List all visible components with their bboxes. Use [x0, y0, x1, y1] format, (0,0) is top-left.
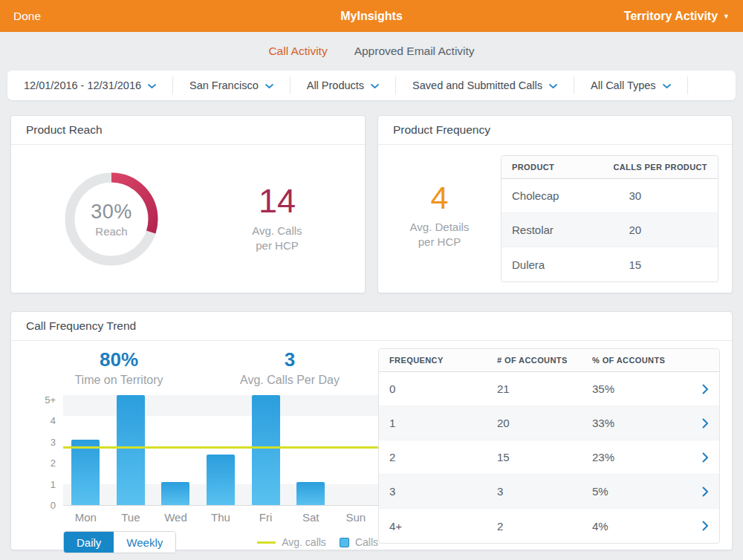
table-cell: 35%	[582, 382, 697, 395]
row-drilldown-button[interactable]	[697, 452, 719, 463]
product-frequency-card: Product Frequency 4 Avg. Details per HCP…	[377, 115, 733, 293]
table-header-cell: % OF ACCOUNTS	[582, 356, 697, 365]
myinsights-page: Done MyInsights Territory Activity ▼ Cal…	[0, 0, 743, 560]
table-row[interactable]: 335%	[379, 475, 719, 509]
chevron-down-icon	[148, 84, 156, 89]
bar-thu	[207, 455, 235, 505]
y-axis-label: 3	[51, 436, 56, 447]
chevron-right-icon	[702, 486, 709, 497]
table-header-cell: # OF ACCOUNTS	[487, 356, 582, 365]
calls-per-product-table: PRODUCTCALLS PER PRODUCTCholecap30Restol…	[501, 155, 718, 282]
table-cell: 30	[619, 189, 718, 202]
table-cell: 23%	[582, 451, 697, 463]
filter-dropdown-label: All Call Types	[591, 79, 656, 91]
avg-details-value: 4	[431, 182, 449, 214]
call-frequency-chart-section: 80% Time on Territory 3 Avg. Calls Per D…	[11, 341, 378, 550]
avg-calls-label-line2: per HCP	[252, 238, 302, 253]
chevron-right-icon	[702, 384, 709, 394]
table-cell: 20	[619, 224, 718, 236]
product-reach-body: 30% Reach 14 Avg. Calls per HCP	[11, 145, 365, 293]
frequency-table-section: FREQUENCY# OF ACCOUNTS% OF ACCOUNTS02135…	[378, 348, 720, 550]
time-on-territory-label: Time on Territory	[33, 374, 204, 387]
territory-activity-dropdown[interactable]: Territory Activity ▼	[624, 10, 730, 23]
table-row[interactable]: 4+24%	[379, 509, 719, 543]
toggle-daily-button[interactable]: Daily	[64, 532, 114, 553]
table-row: Dulera15	[502, 247, 718, 281]
reach-percent: 30%	[91, 201, 132, 224]
filter-dropdown-label: Saved and Submitted Calls	[412, 79, 542, 91]
average-calls-line	[63, 446, 378, 449]
reach-label: Reach	[95, 225, 127, 238]
table-header-row: FREQUENCY# OF ACCOUNTS% OF ACCOUNTS	[379, 349, 719, 372]
x-axis-label: Sat	[288, 511, 334, 524]
chevron-down-icon	[265, 84, 273, 89]
row-drilldown-button[interactable]	[697, 521, 719, 531]
bar-fri	[252, 395, 280, 505]
table-cell: 2	[379, 451, 487, 463]
bar-sat	[296, 482, 325, 505]
filter-dropdown-0[interactable]: 12/01/2016 - 12/31/2016	[7, 76, 173, 94]
legend-label: Calls	[355, 536, 378, 548]
table-row[interactable]: 21523%	[379, 440, 719, 475]
tab-call-activity[interactable]: Call Activity	[268, 45, 327, 58]
avg-line-swatch-icon	[257, 541, 276, 544]
territory-activity-label: Territory Activity	[624, 10, 718, 23]
y-axis-label: 1	[51, 478, 56, 489]
top-cards-row: Product Reach 30%	[10, 115, 733, 293]
filter-dropdown-4[interactable]: All Call Types	[574, 76, 688, 94]
chart-stats-row: 80% Time on Territory 3 Avg. Calls Per D…	[33, 348, 378, 387]
table-row[interactable]: 02135%	[379, 372, 719, 406]
accounts-frequency-table: FREQUENCY# OF ACCOUNTS% OF ACCOUNTS02135…	[378, 348, 720, 544]
chevron-right-icon	[702, 418, 709, 429]
row-drilldown-button[interactable]	[697, 384, 719, 394]
tab-approved-email-activity[interactable]: Approved Email Activity	[354, 45, 475, 58]
table-row[interactable]: 12033%	[379, 406, 719, 440]
x-axis-label: Mon	[63, 511, 108, 524]
avg-calls-label-line1: Avg. Calls	[252, 224, 302, 238]
chevron-right-icon	[702, 452, 709, 463]
filter-dropdown-1[interactable]: San Francisco	[173, 76, 291, 94]
bar-wed	[161, 482, 189, 505]
table-cell: Cholecap	[502, 189, 619, 202]
chevron-down-icon	[371, 84, 379, 89]
row-drilldown-button[interactable]	[697, 418, 719, 429]
plot-band	[63, 395, 378, 416]
filter-dropdown-label: All Products	[307, 79, 364, 91]
y-axis-label: 0	[51, 500, 56, 511]
table-cell: 3	[379, 485, 487, 498]
avg-calls-value: 14	[259, 184, 296, 218]
avg-calls-label: Avg. Calls per HCP	[252, 224, 302, 254]
table-cell: 15	[487, 451, 582, 463]
toggle-weekly-button[interactable]: Weekly	[114, 532, 175, 553]
row-drilldown-button[interactable]	[697, 486, 719, 497]
bar-chart: 012345+ MonTueWedThuFriSatSun	[63, 396, 378, 524]
legend-label: Avg. calls	[282, 536, 326, 548]
filter-dropdown-3[interactable]: Saved and Submitted Calls	[396, 76, 574, 94]
table-cell: 3	[487, 485, 582, 498]
avg-details-label: Avg. Details per HCP	[410, 220, 470, 250]
table-cell: 21	[487, 382, 582, 395]
product-reach-card: Product Reach 30%	[10, 115, 366, 293]
table-cell: 1	[379, 417, 487, 429]
table-row: Cholecap30	[502, 179, 718, 213]
bar-mon	[71, 440, 100, 505]
chevron-down-icon	[663, 84, 671, 89]
reach-donut-chart: 30% Reach	[56, 163, 167, 275]
bar-tue	[117, 395, 145, 505]
table-header-cell: FREQUENCY	[379, 356, 487, 365]
done-button[interactable]: Done	[13, 10, 41, 23]
avg-details-stat: 4 Avg. Details per HCP	[378, 182, 501, 256]
table-header-cell: PRODUCT	[502, 163, 603, 172]
avg-details-label-line2: per HCP	[410, 235, 470, 250]
table-row: Restolar20	[502, 213, 718, 247]
chevron-down-icon	[549, 84, 557, 89]
x-axis-label: Wed	[153, 511, 198, 524]
calls-swatch-icon	[340, 538, 349, 547]
x-axis-label: Sun	[333, 511, 378, 524]
table-cell: 4+	[379, 520, 487, 533]
filter-dropdown-2[interactable]: All Products	[291, 76, 396, 94]
avg-calls-stat: 14 Avg. Calls per HCP	[233, 184, 322, 254]
filter-dropdown-label: San Francisco	[189, 79, 259, 91]
time-on-territory-value: 80%	[33, 348, 204, 371]
y-axis-label: 4	[51, 415, 56, 426]
